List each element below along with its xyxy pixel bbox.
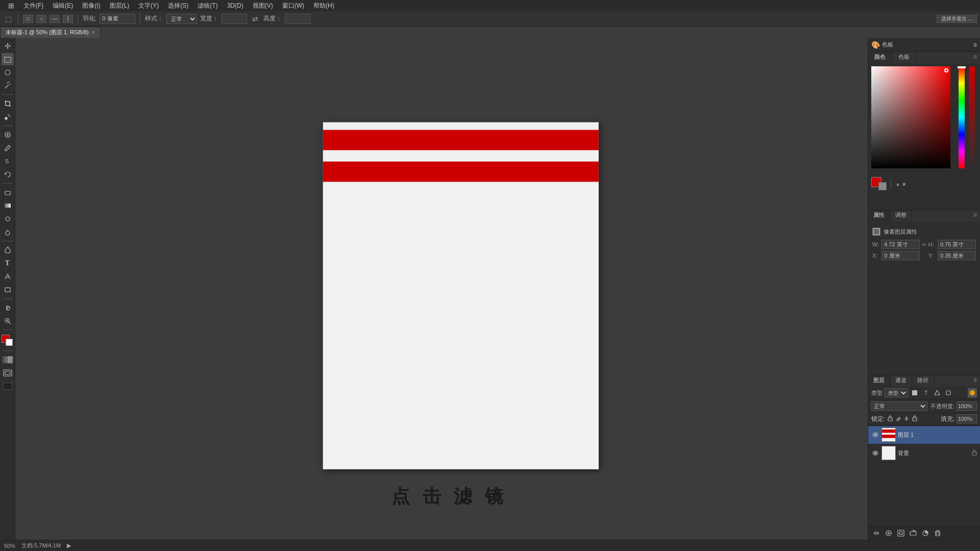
svg-text:S: S [5,158,9,164]
edit-mode-btn[interactable] [2,367,14,379]
height-value-input[interactable] [938,240,976,249]
tool-sep-1 [3,94,13,95]
menu-3d[interactable]: 3D(D) [223,1,248,10]
delete-layer-btn[interactable] [933,528,943,538]
lock-all-btn[interactable] [912,415,918,422]
row-select-btn[interactable]: — [50,15,60,23]
crop-tool-btn[interactable] [2,97,14,110]
background-thumbnail [881,446,896,460]
move-tool-btn[interactable] [2,40,14,52]
document-tab[interactable]: 未标题-1 @ 50% (图层 1, RGB/8) × [0,27,101,38]
menu-filter[interactable]: 滤镜(T) [193,1,222,11]
alpha-bar[interactable] [969,66,975,168]
layers-panel-menu[interactable]: ≡ [970,375,980,387]
blend-mode-select[interactable]: 正常 [871,402,927,411]
rect-select-btn[interactable]: □ [23,15,33,23]
rect-select-tool-btn[interactable] [2,53,14,65]
menu-view[interactable]: 视图(V) [249,1,277,11]
screen-mode-btn[interactable] [2,380,14,392]
history-brush-tool-btn[interactable] [2,168,14,181]
blur-tool-btn[interactable] [2,213,14,225]
heal-tool-btn[interactable] [2,129,14,141]
add-link-btn[interactable] [871,528,881,538]
lock-transparency-btn[interactable] [887,415,893,422]
background-color[interactable] [6,339,13,346]
height-input[interactable] [285,14,310,24]
tab-close-icon[interactable]: × [92,30,95,35]
path-select-tool-btn[interactable] [2,270,14,283]
y-value-input[interactable] [938,251,976,260]
brush-tool-btn[interactable] [2,142,14,154]
app-logo[interactable]: ⊞ [4,1,18,11]
panel-options-icon[interactable]: 🎨 [871,41,880,49]
swatches-label[interactable]: 色板 [882,41,893,48]
filter-toggle-btn[interactable] [968,388,977,397]
lock-paint-btn[interactable] [895,415,901,422]
create-group-btn[interactable] [908,528,918,538]
layer-item-background[interactable]: 背景 [868,444,980,463]
clone-tool-btn[interactable]: S [2,155,14,167]
add-mask-btn[interactable] [896,528,906,538]
feather-input[interactable] [100,14,135,24]
style-select[interactable]: 正常 [166,14,197,24]
color-spectrum-container[interactable] [871,66,950,168]
menu-help[interactable]: 帮助(H) [309,1,338,11]
zoom-tool-btn[interactable] [2,315,14,327]
layer-item-1[interactable]: 图层 1 [868,426,980,444]
filter-text-btn[interactable]: T [921,388,930,397]
adjustments-tab[interactable]: 调整 [890,210,912,221]
properties-tab[interactable]: 属性 [868,210,890,221]
dodge-tool-btn[interactable] [2,226,14,238]
add-effect-btn[interactable] [884,528,894,538]
fill-input[interactable] [957,414,977,423]
svg-rect-32 [888,418,892,421]
create-adjustment-btn[interactable] [920,528,930,538]
ellipse-select-btn[interactable]: ○ [36,15,46,23]
x-value-input[interactable] [881,251,920,260]
svg-rect-6 [5,117,8,120]
width-input[interactable] [222,14,247,24]
menu-image[interactable]: 图像(I) [78,1,104,11]
menu-edit[interactable]: 编辑(E) [48,1,77,11]
eyedropper-tool-btn[interactable] [2,111,14,123]
paths-tab[interactable]: 路径 [912,375,934,387]
channels-tab[interactable]: 通道 [890,375,912,387]
menu-text[interactable]: 文字(Y) [134,1,163,11]
menu-layer[interactable]: 图层(L) [106,1,134,11]
eraser-tool-btn[interactable] [2,186,14,198]
hand-tool-btn[interactable] [2,302,14,314]
shape-tool-btn[interactable] [2,284,14,296]
pen-tool-btn[interactable] [2,244,14,256]
col-select-btn[interactable]: | [63,15,73,23]
filter-shape-btn[interactable] [933,388,942,397]
layers-tab[interactable]: 图层 [868,375,890,387]
menu-file[interactable]: 文件(F) [19,1,47,11]
width-value-input[interactable] [881,240,920,249]
menu-window[interactable]: 窗口(W) [278,1,308,11]
arrow-icon[interactable]: ▶ [67,542,71,549]
magic-wand-tool-btn[interactable] [2,80,14,92]
select-mask-button[interactable]: 选择并遮住 ... [937,15,977,23]
filter-select[interactable]: 类型 [885,388,908,397]
color-swatch-container[interactable] [871,177,887,190]
filter-pixel-btn[interactable] [910,388,919,397]
panel-menu-icon[interactable]: ≡ [973,41,977,48]
gradient-tool-btn[interactable] [2,199,14,212]
lock-position-btn[interactable] [903,415,910,422]
lasso-tool-btn[interactable] [2,66,14,79]
color-swatch-area[interactable] [2,335,14,348]
text-tool-btn[interactable]: T [2,257,14,269]
color-tab[interactable]: 颜色 [868,52,892,63]
swap-icon[interactable]: ⇄ [250,14,260,24]
color-panel-menu[interactable]: ≡ [970,52,980,63]
link-icon[interactable]: ∞ [922,241,926,248]
quick-mask-btn[interactable] [2,354,14,366]
swatches-tab[interactable]: 色板 [892,52,916,63]
background-visibility[interactable] [871,449,879,457]
filter-smart-btn[interactable] [944,388,953,397]
properties-panel-menu[interactable]: ≡ [970,210,980,221]
opacity-input[interactable] [957,402,977,411]
layer-1-visibility[interactable] [871,431,879,439]
hue-bar[interactable] [959,66,965,168]
menu-select[interactable]: 选择(S) [164,1,192,11]
